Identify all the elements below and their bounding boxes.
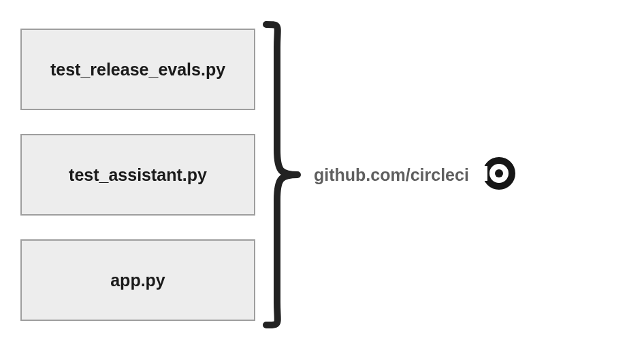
repo-label-group: github.com/circleci [314, 156, 517, 194]
files-to-repo-diagram: test_release_evals.py test_assistant.py … [20, 20, 517, 329]
file-box: test_release_evals.py [20, 29, 255, 110]
repo-url-label: github.com/circleci [314, 165, 469, 185]
circleci-icon [481, 156, 517, 194]
file-label: test_assistant.py [69, 165, 207, 185]
file-box: test_assistant.py [20, 134, 255, 216]
file-label: app.py [110, 271, 165, 290]
file-box: app.py [20, 239, 255, 321]
brace-svg [261, 20, 302, 329]
svg-point-0 [495, 169, 503, 177]
svg-rect-1 [481, 166, 487, 181]
files-column: test_release_evals.py test_assistant.py … [20, 29, 255, 321]
curly-brace-icon [261, 20, 302, 329]
file-label: test_release_evals.py [50, 60, 225, 80]
